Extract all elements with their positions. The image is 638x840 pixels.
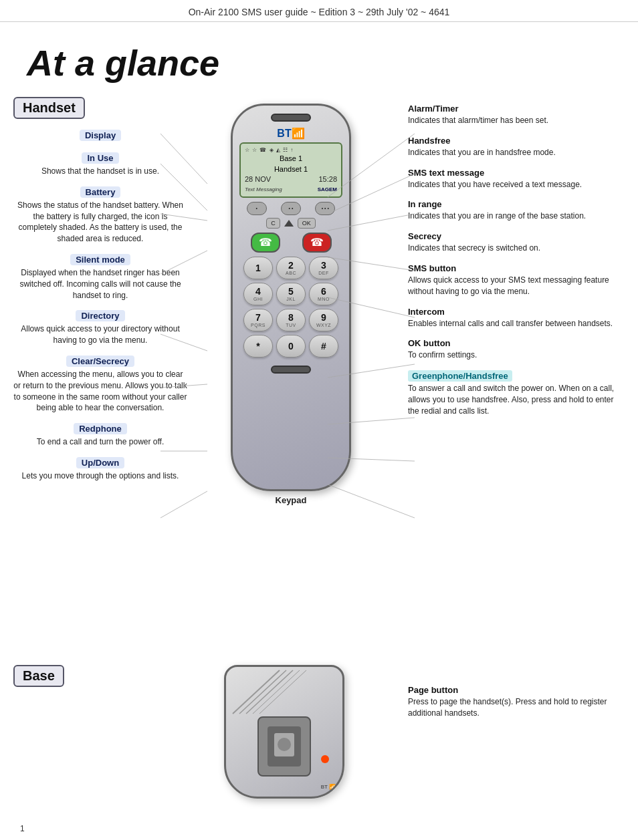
key-hash[interactable]: # — [309, 335, 338, 358]
base-left-col: Base — [13, 665, 187, 698]
red-button[interactable]: ☎ — [302, 233, 332, 253]
label-clear-secrecy: Clear/Secrecy When accessing the menu, a… — [13, 356, 187, 414]
label-secrecy: Secrecy Indicates that secrecy is switch… — [408, 231, 625, 254]
key-5[interactable]: 5JKL — [276, 283, 306, 305]
key-4[interactable]: 4GHI — [243, 283, 273, 305]
base-indicator-light — [321, 755, 329, 763]
battery-label: Battery — [80, 186, 121, 198]
keypad-label: Keypad — [217, 495, 364, 505]
label-sms-button: SMS button Allows quick access to your S… — [408, 263, 625, 297]
label-silent-mode: Silent mode Displayed when the handset r… — [13, 254, 187, 301]
svg-point-24 — [278, 738, 291, 751]
silent-mode-desc: Displayed when the handset ringer has be… — [13, 267, 187, 301]
svg-line-21 — [259, 670, 306, 714]
base-center-col: BT 📶 — [187, 665, 395, 812]
page-number: 1 — [20, 824, 25, 833]
intercom-label: Intercom — [408, 307, 625, 317]
base-unit-diagram: BT 📶 — [224, 665, 358, 812]
label-in-range: In range Indicates that you are in range… — [408, 199, 625, 222]
handsfree-label: Handsfree — [408, 136, 625, 146]
phone-earpiece — [271, 114, 311, 122]
screen-line2: Handset 1 — [245, 164, 337, 174]
base-section: Base — [0, 652, 638, 825]
call-buttons: ☎ ☎ — [239, 233, 342, 253]
key-3[interactable]: 3DEF — [309, 257, 338, 279]
nav-row: C OK — [239, 218, 342, 229]
ok-btn[interactable]: OK — [298, 218, 316, 229]
handset-badge: Handset — [13, 97, 85, 119]
base-brand-text: BT 📶 — [321, 784, 336, 790]
key-star[interactable]: * — [243, 335, 273, 358]
key-2[interactable]: 2ABC — [276, 257, 306, 279]
label-intercom: Intercom Enables internal calls and call… — [408, 307, 625, 329]
greenphone-desc: To answer a call and switch the power on… — [408, 383, 625, 416]
label-display: Display — [13, 130, 187, 143]
screen-date: 28 NOV — [245, 174, 271, 184]
up-button[interactable] — [284, 220, 294, 227]
clear-secrecy-desc: When accessing the menu, allows you to c… — [13, 369, 187, 414]
updown-desc: Lets you move through the options and li… — [13, 470, 187, 482]
label-sms-text: SMS text message Indicates that you have… — [408, 168, 625, 190]
alarm-timer-label: Alarm/Timer — [408, 104, 625, 114]
softkey-mid[interactable]: • • — [281, 202, 301, 215]
key-0[interactable]: 0 — [276, 335, 306, 358]
key-9[interactable]: 9WXYZ — [309, 309, 338, 331]
keypad: 1 2ABC 3DEF 4GHI 5JKL 6MNO 7PQRS 8TUV 9W… — [243, 257, 338, 358]
in-range-desc: Indicates that you are in range of the b… — [408, 211, 625, 222]
svg-line-17 — [233, 670, 280, 714]
label-handsfree: Handsfree Indicates that you are in hand… — [408, 136, 625, 158]
phone-screen: ☆ ☆ ☎ ◈ ◭ ☷ ↑ Base 1 Handset 1 28 NOV 15… — [239, 142, 342, 198]
secrecy-label: Secrecy — [408, 231, 625, 241]
page-title: At a glance — [0, 22, 638, 97]
phone-body: BT📶 ☆ ☆ ☎ ◈ ◭ ☷ ↑ Base 1 Handset 1 28 NO… — [231, 104, 351, 491]
c-button[interactable]: C — [266, 218, 280, 229]
green-button[interactable]: ☎ — [251, 233, 280, 253]
key-6[interactable]: 6MNO — [309, 283, 338, 305]
base-unit: BT 📶 — [224, 665, 344, 799]
screen-text-msg: Text Messaging — [245, 186, 282, 193]
right-column: Alarm/Timer Indicates that alarm/timer h… — [395, 97, 625, 645]
sms-text-desc: Indicates that you have received a text … — [408, 179, 625, 190]
phone-diagram: BT📶 ☆ ☆ ☎ ◈ ◭ ☷ ↑ Base 1 Handset 1 28 NO… — [217, 104, 364, 505]
ok-button-label: OK button — [408, 338, 625, 348]
battery-desc: Shows the status of the handset battery.… — [13, 200, 187, 245]
handsfree-desc: Indicates that you are in handsfree mode… — [408, 147, 625, 158]
label-redphone: Redphone To end a call and turn the powe… — [13, 423, 187, 448]
label-ok-button: OK button To confirm settings. — [408, 338, 625, 361]
redphone-label: Redphone — [74, 423, 127, 434]
left-column: Handset Display In Use Shows that the ha… — [13, 97, 187, 645]
base-badge: Base — [13, 665, 64, 687]
screen-brand-row: Text Messaging SAGEM — [245, 186, 337, 193]
svg-line-19 — [246, 670, 293, 714]
key-8[interactable]: 8TUV — [276, 309, 306, 331]
softkeys-row: • • • • • • — [239, 202, 342, 215]
softkey-left[interactable]: • — [247, 202, 267, 215]
ok-button-desc: To confirm settings. — [408, 349, 625, 361]
phone-brand: BT📶 — [239, 127, 342, 140]
base-right-col: Page button Press to page the handset(s)… — [395, 665, 625, 728]
label-battery: Battery Shows the status of the handset … — [13, 186, 187, 245]
label-alarm-timer: Alarm/Timer Indicates that alarm/timer h… — [408, 104, 625, 126]
redphone-desc: To end a call and turn the power off. — [13, 436, 187, 448]
header-title: On-Air 2100 SMS user guide ~ Edition 3 ~… — [189, 7, 450, 17]
sms-button-label: SMS button — [408, 263, 625, 273]
key-1[interactable]: 1 — [243, 257, 273, 279]
screen-line1: Base 1 — [245, 154, 337, 164]
in-use-label: In Use — [82, 152, 118, 164]
screen-icons: ☆ ☆ ☎ ◈ ◭ ☷ ↑ — [245, 146, 337, 154]
display-label: Display — [80, 130, 121, 141]
base-speaker — [257, 716, 311, 777]
page-header: On-Air 2100 SMS user guide ~ Edition 3 ~… — [0, 0, 638, 22]
page-button-desc: Press to page the handset(s). Press and … — [408, 696, 625, 719]
directory-label: Directory — [76, 310, 124, 321]
svg-line-20 — [253, 670, 300, 714]
key-7[interactable]: 7PQRS — [243, 309, 273, 331]
label-updown: Up/Down Lets you move through the option… — [13, 457, 187, 482]
softkey-right[interactable]: • • • — [315, 202, 335, 215]
directory-desc: Allows quick access to your directory wi… — [13, 323, 187, 346]
secrecy-desc: Indicates that secrecy is switched on. — [408, 243, 625, 254]
sms-button-desc: Allows quick access to your SMS text mes… — [408, 275, 625, 297]
in-range-label: In range — [408, 199, 625, 209]
svg-line-18 — [239, 670, 286, 714]
page-button-label: Page button — [408, 685, 625, 695]
